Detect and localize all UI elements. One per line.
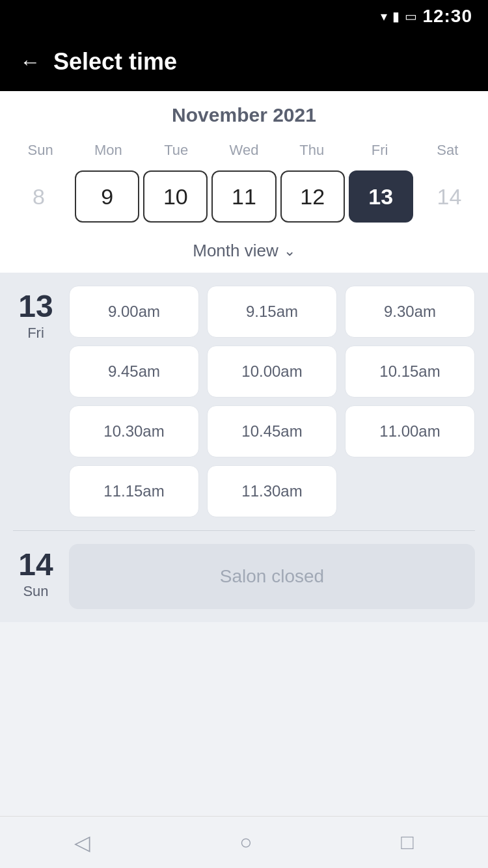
battery-icon: ▭ [405, 8, 417, 24]
day-label-13: 13 Fri [13, 286, 59, 517]
back-nav-icon[interactable]: ◁ [74, 830, 90, 855]
back-button[interactable]: ← [20, 50, 40, 74]
time-slot-1130[interactable]: 11.30am [207, 465, 337, 517]
day-header-wed: Wed [210, 137, 278, 164]
date-cell-13[interactable]: 13 [349, 170, 413, 223]
section-divider [13, 530, 475, 531]
date-cell-8[interactable]: 8 [7, 170, 71, 223]
day-number-13: 13 [18, 291, 53, 322]
day-headers: Sun Mon Tue Wed Thu Fri Sat [0, 137, 488, 164]
time-slot-915[interactable]: 9.15am [207, 286, 337, 338]
calendar-section: November 2021 Sun Mon Tue Wed Thu Fri Sa… [0, 91, 488, 273]
day-header-sat: Sat [414, 137, 481, 164]
date-cell-10[interactable]: 10 [143, 170, 208, 223]
signal-icon: ▮ [392, 8, 400, 24]
status-icons: ▾ ▮ ▭ 12:30 [381, 6, 472, 27]
time-slot-1100[interactable]: 11.00am [345, 405, 475, 457]
time-slot-1115[interactable]: 11.15am [69, 465, 199, 517]
bottom-nav: ◁ ○ □ [0, 816, 488, 868]
time-slot-1030[interactable]: 10.30am [69, 405, 199, 457]
wifi-icon: ▾ [381, 8, 387, 24]
day-header-mon: Mon [74, 137, 142, 164]
month-view-label: Month view [193, 241, 278, 261]
salon-closed-label: Salon closed [69, 544, 475, 609]
day-header-thu: Thu [278, 137, 346, 164]
day-header-fri: Fri [346, 137, 413, 164]
month-view-toggle[interactable]: Month view ⌄ [0, 233, 488, 273]
time-slot-1045[interactable]: 10.45am [207, 405, 337, 457]
date-cell-11[interactable]: 11 [211, 170, 276, 223]
status-bar: ▾ ▮ ▭ 12:30 [0, 0, 488, 33]
day-label-14: 14 Sun [13, 544, 59, 609]
date-cell-12[interactable]: 12 [280, 170, 345, 223]
day-block-14: 14 Sun Salon closed [13, 544, 475, 609]
recent-nav-icon[interactable]: □ [401, 830, 413, 854]
time-slot-900[interactable]: 9.00am [69, 286, 199, 338]
day-header-tue: Tue [142, 137, 210, 164]
header: ← Select time [0, 33, 488, 91]
day-header-sun: Sun [7, 137, 74, 164]
home-nav-icon[interactable]: ○ [239, 830, 252, 854]
day-block-13: 13 Fri 9.00am 9.15am 9.30am 9.45am 10.00… [13, 286, 475, 517]
month-title: November 2021 [0, 104, 488, 126]
time-slot-930[interactable]: 9.30am [345, 286, 475, 338]
time-slot-1015[interactable]: 10.15am [345, 346, 475, 398]
day-number-14: 14 [18, 549, 53, 580]
status-time: 12:30 [422, 6, 472, 27]
time-grid-13: 9.00am 9.15am 9.30am 9.45am 10.00am 10.1… [69, 286, 475, 517]
chevron-down-icon: ⌄ [284, 243, 295, 260]
date-cell-14[interactable]: 14 [417, 170, 481, 223]
time-slot-1000[interactable]: 10.00am [207, 346, 337, 398]
day-name-sun: Sun [23, 583, 48, 600]
time-section: 13 Fri 9.00am 9.15am 9.30am 9.45am 10.00… [0, 273, 488, 622]
day-name-fri: Fri [27, 325, 44, 342]
date-row: 8 9 10 11 12 13 14 [0, 164, 488, 233]
date-cell-9[interactable]: 9 [75, 170, 139, 223]
time-slot-945[interactable]: 9.45am [69, 346, 199, 398]
page-title: Select time [53, 48, 177, 75]
